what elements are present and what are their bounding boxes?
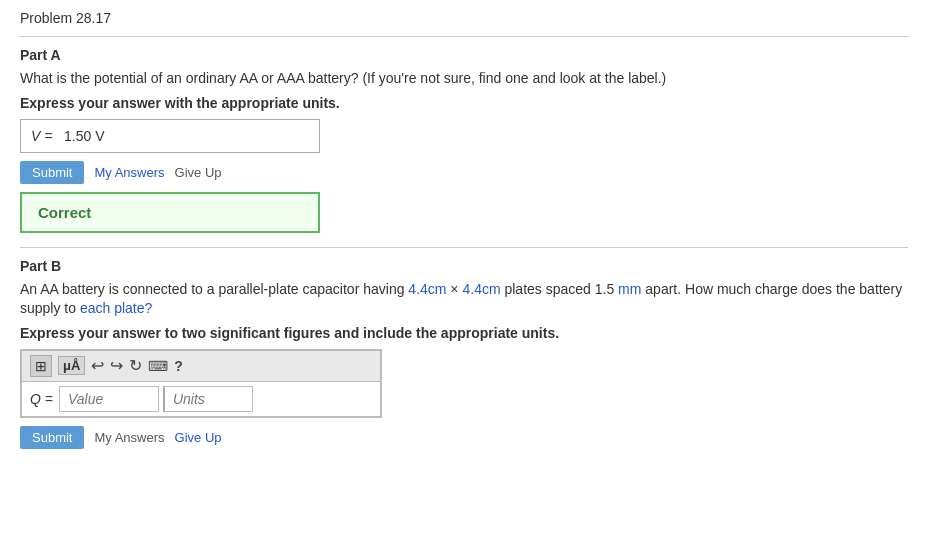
part-b-section: Part B An AA battery is connected to a p…: [20, 258, 908, 449]
part-a-btn-row: Submit My Answers Give Up: [20, 161, 908, 184]
part-a-give-up-text[interactable]: Give Up: [175, 165, 222, 180]
part-b-q2: 4.4cm: [408, 281, 446, 297]
mu-button[interactable]: μÅ: [58, 356, 85, 375]
part-b-btn-row: Submit My Answers Give Up: [20, 426, 908, 449]
part-b-q3: ×: [446, 281, 462, 297]
part-a-question: What is the potential of an ordinary AA …: [20, 69, 908, 89]
part-a-answer-value: 1.50 V: [64, 128, 104, 144]
undo-icon[interactable]: ↩: [91, 356, 104, 375]
part-a-my-answers-link[interactable]: My Answers: [94, 165, 164, 180]
equation-editor-container: ⊞ μÅ ↩ ↪ ↻ ⌨ ? Q =: [20, 349, 382, 418]
part-b-express: Express your answer to two significant f…: [20, 325, 908, 341]
top-divider: [20, 36, 908, 37]
redo-icon[interactable]: ↪: [110, 356, 123, 375]
part-b-value-input[interactable]: [59, 386, 159, 412]
part-a-header: Part A: [20, 47, 908, 63]
part-b-q6: mm: [618, 281, 641, 297]
matrix-icon-box[interactable]: ⊞: [30, 355, 52, 377]
part-b-my-answers-text[interactable]: My Answers: [94, 430, 164, 445]
part-b-q-label: Q =: [30, 391, 53, 407]
matrix-icon: ⊞: [35, 358, 47, 374]
part-b-header: Part B: [20, 258, 908, 274]
part-a-section: Part A What is the potential of an ordin…: [20, 47, 908, 239]
correct-badge: Correct: [20, 192, 320, 233]
part-b-q4: 4.4cm: [462, 281, 500, 297]
part-a-question-text: What is the potential of an ordinary AA …: [20, 70, 666, 86]
part-b-give-up-link[interactable]: Give Up: [175, 430, 222, 445]
part-b-units-input[interactable]: [163, 386, 253, 412]
middle-divider: [20, 247, 908, 248]
help-icon[interactable]: ?: [174, 358, 183, 374]
problem-title: Problem 28.17: [20, 10, 908, 26]
part-a-submit-button[interactable]: Submit: [20, 161, 84, 184]
refresh-icon[interactable]: ↻: [129, 356, 142, 375]
part-b-q1: An AA battery is connected to a parallel…: [20, 281, 408, 297]
part-b-input-row: Q =: [21, 381, 381, 417]
keyboard-icon[interactable]: ⌨: [148, 358, 168, 374]
part-a-answer-box: V = 1.50 V: [20, 119, 320, 153]
part-a-express: Express your answer with the appropriate…: [20, 95, 908, 111]
part-b-q5: plates spaced 1.5: [501, 281, 619, 297]
part-b-submit-button[interactable]: Submit: [20, 426, 84, 449]
part-b-question: An AA battery is connected to a parallel…: [20, 280, 908, 319]
part-a-answer-label: V =: [31, 128, 52, 144]
part-b-q8: each plate?: [76, 300, 152, 316]
equation-toolbar: ⊞ μÅ ↩ ↪ ↻ ⌨ ?: [21, 350, 381, 381]
